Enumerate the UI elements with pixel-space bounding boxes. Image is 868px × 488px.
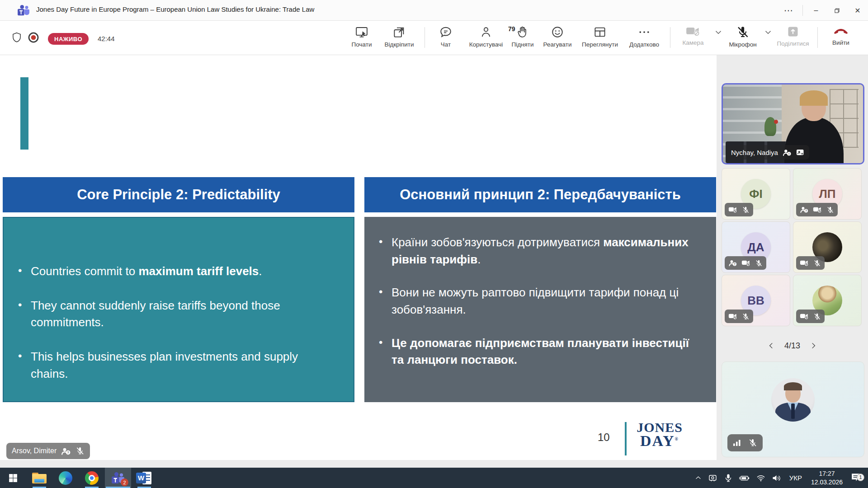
teams-taskbar-button[interactable]: 2 [105, 468, 131, 488]
clock-date: 12.03.2026 [811, 478, 843, 486]
person-question-icon [728, 259, 737, 267]
spotlight-icon [796, 149, 805, 156]
camera-off-icon [800, 313, 809, 320]
unpin-button[interactable]: Відкріпити [376, 25, 423, 48]
mic-off-icon [736, 25, 750, 39]
restore-icon [834, 8, 840, 14]
hang-up-icon [833, 25, 849, 37]
mic-off-icon [813, 259, 821, 267]
view-button[interactable]: Переглянути [576, 25, 623, 48]
stage-bottom-strip [0, 460, 717, 468]
chevron-up-icon [694, 474, 702, 482]
react-button[interactable]: Реагувати [534, 25, 581, 48]
file-explorer-button[interactable] [26, 468, 52, 488]
leave-button[interactable]: Вийти [822, 25, 860, 46]
participant-tile[interactable] [793, 221, 862, 273]
tile-status-icons [725, 203, 753, 216]
speaker-video-tile[interactable]: Nychay, Nadiya [722, 83, 864, 164]
bullet-item: This helps businesses plan investments a… [31, 348, 334, 382]
word-button[interactable]: W [131, 468, 157, 488]
teams-meeting-window: Jones Day Future in Europe Program – Eur… [0, 0, 868, 488]
bullet-item: Вони не можуть раптово підвищити тарифи … [392, 284, 696, 318]
participants-sidebar: Nychay, Nadiya ФІ ЛП ДА [717, 55, 868, 468]
tray-network-button[interactable] [753, 468, 769, 488]
slide-accent-bar [20, 77, 28, 150]
battery-icon [739, 474, 750, 482]
tile-status-icons [727, 434, 763, 451]
folder-icon [32, 473, 47, 483]
camera-off-icon [741, 259, 751, 267]
person-exclaim-icon [783, 149, 792, 156]
next-page-chevron-icon[interactable] [809, 342, 817, 350]
minimize-button[interactable]: – [806, 0, 826, 21]
prev-page-chevron-icon[interactable] [767, 342, 775, 350]
shield-icon[interactable] [11, 32, 23, 43]
titlebar-divider [802, 5, 803, 16]
camera-off-icon [686, 25, 700, 37]
microphone-button[interactable]: Мікрофон [722, 25, 763, 48]
shared-screen-area: Core Principle 2: Predictability Countri… [0, 55, 717, 468]
close-button[interactable]: ✕ [847, 0, 868, 21]
gallery-pagination: 4/13 [717, 338, 868, 354]
tray-mic-button[interactable] [721, 468, 736, 488]
more-button[interactable]: Додатково [621, 25, 668, 48]
tray-battery-button[interactable] [736, 468, 753, 488]
toolbar-divider [670, 27, 670, 48]
speaker-name-label: Nychay, Nadiya [726, 145, 809, 160]
tray-camera-button[interactable] [705, 468, 721, 488]
mic-off-icon [755, 259, 763, 267]
participant-tile[interactable]: ДА [722, 221, 790, 273]
participant-tile[interactable]: ВВ [722, 275, 790, 326]
self-video-tile[interactable] [722, 361, 864, 457]
bullet-item: They cannot suddenly raise tariffs beyon… [31, 297, 334, 331]
participant-tile[interactable]: ЛП [793, 168, 862, 220]
share-tray-icon [787, 25, 799, 38]
action-center-button[interactable]: 1 [847, 472, 868, 484]
clock[interactable]: 17:27 12.03.2026 [807, 469, 847, 486]
presenter-name-label: Arsov, Dimiter [6, 443, 90, 459]
screenshare-icon [355, 25, 368, 39]
start-button[interactable] [0, 468, 26, 488]
speaker-icon [772, 474, 782, 482]
language-indicator[interactable]: УКР [785, 474, 807, 482]
windows-taskbar: 2 W УКР 17:27 12.03.2026 1 [0, 468, 868, 488]
camera-device-icon [708, 474, 717, 483]
camera-off-icon [728, 206, 738, 213]
chrome-button[interactable] [79, 468, 105, 488]
share-button[interactable]: Поділитися [771, 25, 815, 47]
person-question-icon [800, 206, 809, 213]
edge-button[interactable] [52, 468, 79, 488]
page-indicator: 4/13 [784, 341, 800, 351]
word-icon: W [136, 472, 152, 484]
window-menu-button[interactable]: ⋯ [776, 0, 802, 21]
jones-day-logo: JONES DAY® [635, 421, 684, 448]
bullet-item: Країни зобов'язуються дотримуватися макс… [392, 234, 696, 268]
title-bar: Jones Day Future in Europe Program – Eur… [0, 0, 868, 21]
restore-button[interactable] [826, 0, 847, 21]
more-dots-icon [637, 25, 651, 39]
camera-off-icon [728, 313, 738, 320]
tile-status-icons [796, 256, 825, 270]
chrome-icon [85, 471, 99, 485]
recording-icon [27, 31, 40, 44]
toolbar-divider [817, 27, 818, 48]
mic-off-icon [742, 206, 750, 214]
tray-expand-button[interactable] [691, 468, 705, 488]
windows-logo-icon [9, 474, 18, 483]
camera-off-icon [800, 259, 809, 267]
participant-tile[interactable] [793, 275, 862, 326]
tile-status-icons [725, 310, 753, 323]
window-title: Jones Day Future in Europe Program – Eur… [36, 5, 314, 13]
slide-page-number: 10 [598, 431, 610, 444]
mic-off-icon [75, 446, 85, 455]
wifi-icon [756, 474, 765, 482]
camera-dropdown-chevron-icon[interactable] [713, 27, 723, 37]
mic-off-icon [742, 313, 750, 320]
meeting-timer: 42:44 [98, 35, 115, 42]
tray-volume-button[interactable] [769, 468, 785, 488]
participants-icon [479, 25, 493, 39]
popout-icon [392, 25, 406, 39]
participant-tile[interactable]: ФІ [722, 168, 790, 220]
camera-button[interactable]: Камера [673, 25, 713, 46]
raise-hand-icon [516, 25, 529, 39]
